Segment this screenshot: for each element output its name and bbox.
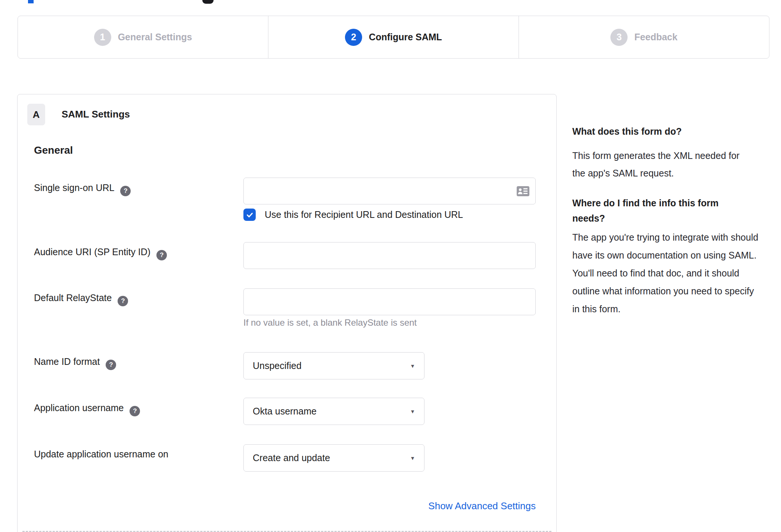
- recipient-url-checkbox-label[interactable]: Use this for Recipient URL and Destinati…: [265, 208, 463, 221]
- section-title: SAML Settings: [62, 109, 130, 120]
- update-username-label: Update application username on: [34, 449, 168, 459]
- step-2-number: 2: [345, 29, 362, 46]
- saml-settings-panel: A SAML Settings General Single sign-on U…: [17, 94, 557, 532]
- name-id-format-value: Unspecified: [253, 360, 302, 371]
- help-icon[interactable]: ?: [120, 186, 131, 196]
- help-icon[interactable]: ?: [106, 360, 116, 370]
- relay-state-input[interactable]: [243, 288, 536, 315]
- relay-state-label: Default RelayState: [34, 292, 112, 303]
- step-general-settings[interactable]: 1 General Settings: [18, 16, 268, 58]
- chevron-down-icon: ▼: [410, 455, 415, 461]
- sso-url-input[interactable]: [243, 178, 536, 204]
- chevron-down-icon: ▼: [410, 363, 415, 369]
- step-3-label: Feedback: [634, 32, 677, 43]
- name-id-format-label-row: Name ID format?: [34, 356, 116, 370]
- sidebar-heading-where: Where do I find the info this form needs…: [572, 195, 748, 226]
- section-a-badge: A: [27, 104, 45, 125]
- sso-url-label-row: Single sign-on URL?: [34, 182, 131, 196]
- audience-uri-label: Audience URI (SP Entity ID): [34, 247, 150, 257]
- help-icon[interactable]: ?: [130, 406, 140, 416]
- app-username-label: Application username: [34, 403, 124, 413]
- update-username-label-row: Update application username on: [34, 449, 168, 460]
- update-username-select[interactable]: Create and update ▼: [243, 444, 424, 472]
- help-icon[interactable]: ?: [156, 250, 167, 260]
- wizard-stepper: 1 General Settings 2 Configure SAML 3 Fe…: [18, 16, 769, 59]
- relay-state-hint: If no value is set, a blank RelayState i…: [243, 317, 417, 328]
- app-username-value: Okta username: [253, 406, 317, 417]
- sso-url-label: Single sign-on URL: [34, 182, 114, 193]
- sidebar-paragraph-what: This form generates the XML needed for t…: [572, 147, 748, 182]
- saml-setup-page: 1 General Settings 2 Configure SAML 3 Fe…: [0, 0, 781, 532]
- name-id-format-select[interactable]: Unspecified ▼: [243, 352, 424, 379]
- sidebar-heading-what: What does this form do?: [572, 124, 682, 139]
- step-configure-saml[interactable]: 2 Configure SAML: [268, 16, 519, 58]
- app-username-select[interactable]: Okta username ▼: [243, 398, 424, 425]
- check-mark-icon: [246, 211, 254, 219]
- sidebar-paragraph-where: The app you're trying to integrate with …: [572, 228, 762, 318]
- audience-uri-label-row: Audience URI (SP Entity ID)?: [34, 247, 167, 260]
- chevron-down-icon: ▼: [410, 409, 415, 414]
- cropped-blue-fragment: [28, 0, 34, 3]
- name-id-format-label: Name ID format: [34, 356, 100, 367]
- audience-uri-input[interactable]: [243, 242, 536, 269]
- help-icon[interactable]: ?: [118, 296, 128, 306]
- show-advanced-settings-link[interactable]: Show Advanced Settings: [243, 500, 536, 512]
- step-1-label: General Settings: [118, 32, 192, 43]
- step-2-label: Configure SAML: [369, 32, 442, 43]
- app-username-label-row: Application username?: [34, 403, 140, 416]
- step-3-number: 3: [610, 29, 628, 46]
- step-1-number: 1: [94, 29, 111, 46]
- general-group-heading: General: [34, 144, 73, 156]
- cropped-dark-fragment: [202, 0, 214, 4]
- recipient-url-checkbox[interactable]: [243, 209, 256, 221]
- contact-card-icon: [517, 186, 529, 196]
- step-feedback[interactable]: 3 Feedback: [519, 16, 769, 58]
- relay-state-label-row: Default RelayState?: [34, 292, 128, 306]
- update-username-value: Create and update: [253, 453, 330, 463]
